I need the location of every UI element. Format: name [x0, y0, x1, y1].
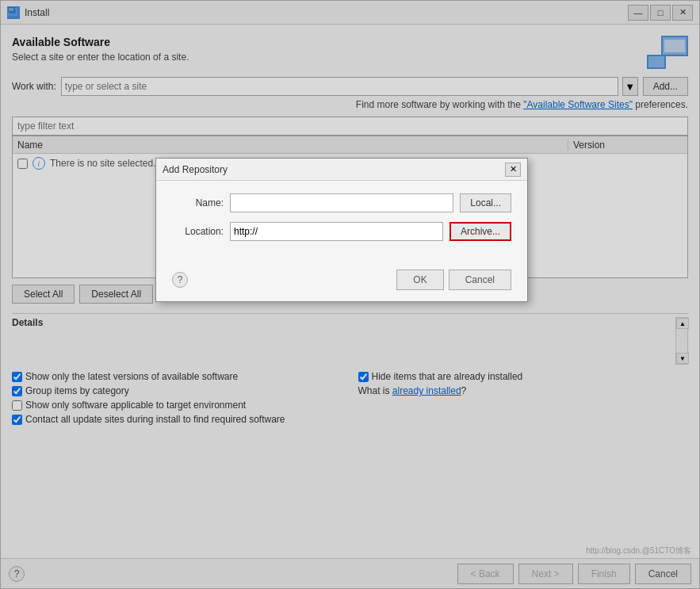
dialog-title: Add Repository [163, 164, 505, 175]
dialog-footer: ? OK Cancel [156, 263, 527, 301]
dialog-name-input[interactable] [230, 193, 453, 212]
dialog-footer-right: OK Cancel [396, 270, 511, 290]
dialog-title-bar: Add Repository ✕ [156, 159, 527, 181]
dialog-cancel-button[interactable]: Cancel [449, 270, 511, 290]
archive-button[interactable]: Archive... [449, 222, 511, 241]
dialog-help-button[interactable]: ? [172, 272, 188, 288]
dialog-location-label: Location: [172, 226, 224, 237]
dialog-location-row: Location: Archive... [172, 222, 511, 241]
main-window: Install — □ ✕ Available Software Select … [0, 0, 700, 589]
dialog-close-button[interactable]: ✕ [505, 163, 521, 177]
dialog-help: ? [172, 272, 188, 288]
dialog-content: Name: Local... Location: Archive... [156, 181, 527, 263]
dialog-location-input[interactable] [230, 222, 443, 241]
modal-overlay: Add Repository ✕ Name: Local... Location… [1, 1, 699, 588]
dialog-name-label: Name: [172, 197, 224, 208]
add-repository-dialog: Add Repository ✕ Name: Local... Location… [155, 158, 528, 302]
dialog-name-row: Name: Local... [172, 193, 511, 212]
local-button[interactable]: Local... [460, 193, 511, 212]
dialog-ok-button[interactable]: OK [396, 270, 443, 290]
